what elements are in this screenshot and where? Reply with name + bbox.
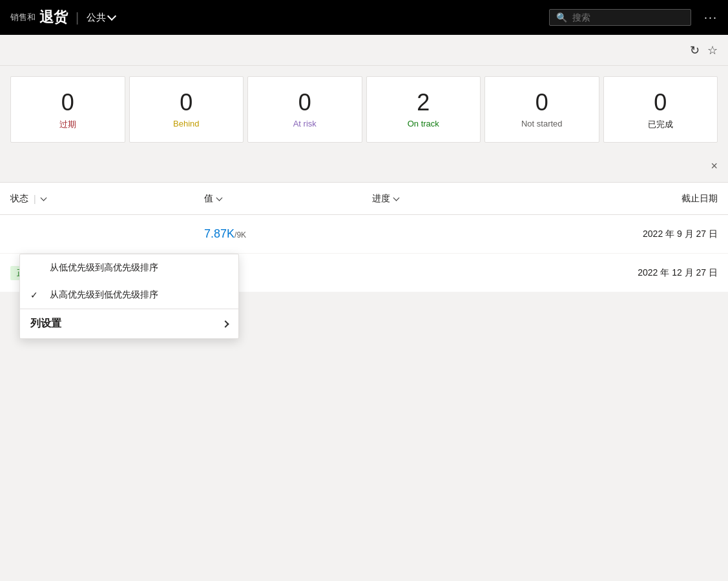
stat-label-overdue: 过期 <box>59 119 76 130</box>
stat-card-atrisk[interactable]: 0 At risk <box>247 76 362 143</box>
row-value-main-1: 7.87K <box>204 227 234 240</box>
th-progress[interactable]: 进度 <box>372 193 501 205</box>
topbar-divider: | <box>76 10 79 25</box>
stat-card-behind[interactable]: 0 Behind <box>129 76 244 143</box>
topbar: 销售和 退货 | 公共 🔍 ··· <box>0 0 728 35</box>
dropdown-check-2: ✓ <box>30 290 43 300</box>
stat-number-completed: 0 <box>654 88 667 116</box>
table-row: 7.87K/9K 2022 年 9 月 27 日 <box>0 215 728 254</box>
search-icon: 🔍 <box>556 12 567 23</box>
th-pipe: | <box>34 194 36 204</box>
public-chevron-down-icon <box>107 12 116 21</box>
row-deadline-cell-1: 2022 年 9 月 27 日 <box>501 229 718 240</box>
stat-label-atrisk: At risk <box>293 119 317 128</box>
row-value-cell-1: 7.87K/9K <box>204 227 372 241</box>
stat-card-overdue[interactable]: 0 过期 <box>10 76 125 143</box>
status-sort-icon <box>40 194 47 201</box>
topbar-prefix: 销售和 <box>10 12 36 23</box>
dropdown-settings-item[interactable]: 列设置 <box>20 309 238 338</box>
stat-number-ontrack: 2 <box>417 88 430 116</box>
stat-label-behind: Behind <box>173 119 199 128</box>
th-progress-label: 进度 <box>372 193 390 205</box>
th-status-label: 状态 <box>10 193 28 205</box>
stat-number-atrisk: 0 <box>298 88 311 116</box>
th-value[interactable]: 值 <box>204 193 372 205</box>
th-deadline: 截止日期 <box>501 193 718 205</box>
close-filter-button[interactable]: × <box>711 159 718 173</box>
more-options-button[interactable]: ··· <box>704 11 718 25</box>
settings-chevron-right-icon <box>222 320 229 327</box>
topbar-public-menu[interactable]: 公共 <box>87 12 115 24</box>
progress-sort-icon <box>393 194 400 201</box>
filter-banner: × <box>0 150 728 183</box>
stat-card-notstarted[interactable]: 0 Not started <box>484 76 599 143</box>
dropdown-label-1: 从低优先级到高优先级排序 <box>50 262 228 274</box>
th-value-label: 值 <box>204 193 213 205</box>
search-input[interactable] <box>572 12 676 23</box>
stat-label-ontrack: On track <box>408 119 439 128</box>
stat-card-completed[interactable]: 0 已完成 <box>603 76 718 143</box>
toolbar: ↻ ☆ <box>0 35 728 66</box>
stat-card-ontrack[interactable]: 2 On track <box>366 76 481 143</box>
table-header: 状态 | 值 进度 截止日期 <box>0 183 728 215</box>
favorite-icon[interactable]: ☆ <box>707 43 718 57</box>
search-bar[interactable]: 🔍 <box>549 9 691 26</box>
topbar-title: 退货 <box>39 8 68 27</box>
dropdown-menu: 从低优先级到高优先级排序 ✓ 从高优先级到低优先级排序 列设置 <box>19 254 239 339</box>
th-deadline-label: 截止日期 <box>681 193 718 203</box>
value-sort-icon <box>216 194 223 201</box>
th-status[interactable]: 状态 | <box>10 193 204 205</box>
stat-label-notstarted: Not started <box>521 119 563 128</box>
stats-row: 0 过期 0 Behind 0 At risk 2 On track 0 Not… <box>0 66 728 150</box>
refresh-icon[interactable]: ↻ <box>690 43 700 57</box>
dropdown-item-low-to-high[interactable]: 从低优先级到高优先级排序 <box>20 254 238 281</box>
stat-number-notstarted: 0 <box>536 88 548 116</box>
dropdown-label-2: 从高优先级到低优先级排序 <box>50 289 228 301</box>
stat-label-completed: 已完成 <box>648 119 673 130</box>
topbar-left: 销售和 退货 | 公共 <box>10 8 544 27</box>
table-area: 状态 | 值 进度 截止日期 7.87K/9K 2022 年 9 月 27 日 … <box>0 183 728 292</box>
row-deadline-cell-2: 2022 年 12 月 27 日 <box>501 267 718 279</box>
stat-number-overdue: 0 <box>61 88 74 116</box>
topbar-public-label: 公共 <box>87 12 106 24</box>
row-value-sub-1: /9K <box>234 230 246 240</box>
dropdown-settings-label: 列设置 <box>30 317 61 331</box>
stat-number-behind: 0 <box>180 88 192 116</box>
dropdown-item-high-to-low[interactable]: ✓ 从高优先级到低优先级排序 <box>20 281 238 309</box>
